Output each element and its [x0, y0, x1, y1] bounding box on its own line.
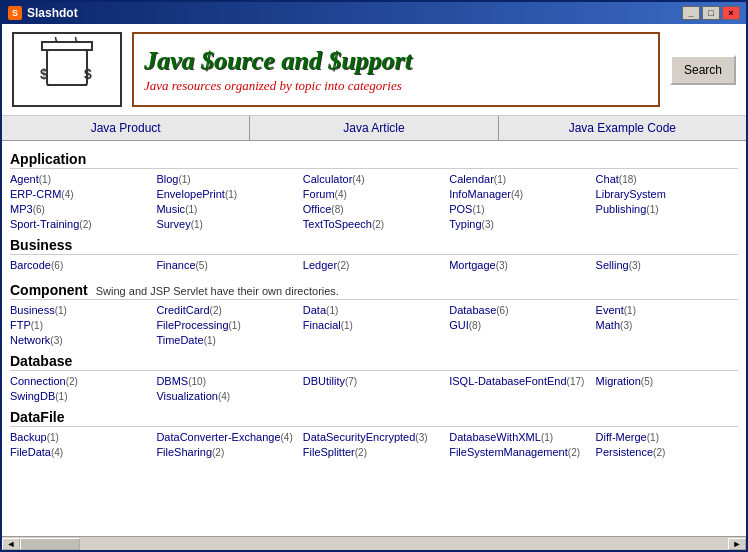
list-item[interactable]: Typing(3) — [449, 217, 591, 231]
list-item[interactable]: DBUtility(7) — [303, 374, 445, 388]
list-item[interactable]: SwingDB(1) — [10, 389, 152, 403]
list-item[interactable]: TextToSpeech(2) — [303, 217, 445, 231]
list-item[interactable]: FileProcessing(1) — [156, 318, 298, 332]
list-item[interactable]: InfoManager(4) — [449, 187, 591, 201]
tab-java-product[interactable]: Java Product — [2, 116, 250, 140]
section-header-database: Database — [10, 353, 738, 371]
svg-text:$: $ — [40, 66, 48, 82]
component-note: Swing and JSP Servlet have their own dir… — [96, 285, 339, 297]
tab-java-article[interactable]: Java Article — [250, 116, 498, 140]
list-item[interactable]: ISQL-DatabaseFontEnd(17) — [449, 374, 591, 388]
list-item[interactable]: Agent(1) — [10, 172, 152, 186]
search-button[interactable]: Search — [670, 55, 736, 85]
nav-tabs: Java Product Java Article Java Example C… — [2, 116, 746, 141]
main-window: S Slashdot _ □ × $ $ — [0, 0, 748, 552]
svg-rect-0 — [42, 42, 92, 50]
list-item[interactable]: TimeDate(1) — [156, 333, 298, 347]
list-item[interactable]: Blog(1) — [156, 172, 298, 186]
list-item — [596, 217, 738, 231]
list-item[interactable]: Selling(3) — [596, 258, 738, 272]
maximize-button[interactable]: □ — [702, 6, 720, 20]
list-item[interactable]: GUI(8) — [449, 318, 591, 332]
database-items: Connection(2) DBMS(10) DBUtility(7) ISQL… — [10, 374, 738, 403]
list-item[interactable]: FTP(1) — [10, 318, 152, 332]
scroll-thumb[interactable] — [20, 538, 80, 550]
tab-java-example[interactable]: Java Example Code — [499, 116, 746, 140]
list-item[interactable]: MP3(6) — [10, 202, 152, 216]
scroll-left-btn[interactable]: ◄ — [2, 538, 20, 550]
list-item[interactable]: Forum(4) — [303, 187, 445, 201]
list-item[interactable]: FileSystemManagement(2) — [449, 445, 591, 459]
section-header-component: Component — [10, 282, 88, 299]
window-icon: S — [8, 6, 22, 20]
section-header-application: Application — [10, 151, 738, 169]
section-component-header: Component Swing and JSP Servlet have the… — [10, 276, 738, 299]
list-item[interactable]: Finance(5) — [156, 258, 298, 272]
svg-rect-1 — [47, 50, 87, 85]
window-controls[interactable]: _ □ × — [682, 6, 740, 20]
banner-subtitle: Java resources organized by topic into c… — [144, 78, 648, 94]
application-items: Agent(1) Blog(1) Calculator(4) Calendar(… — [10, 172, 738, 231]
list-item[interactable]: EnvelopePrint(1) — [156, 187, 298, 201]
list-item — [303, 389, 445, 403]
title-bar-left: S Slashdot — [8, 6, 78, 20]
list-item[interactable]: Music(1) — [156, 202, 298, 216]
list-item[interactable]: ERP-CRM(4) — [10, 187, 152, 201]
list-item[interactable]: DataSecurityEncrypted(3) — [303, 430, 445, 444]
business-items: Barcode(6) Finance(5) Ledger(2) Mortgage… — [10, 258, 738, 272]
title-bar: S Slashdot _ □ × — [2, 2, 746, 24]
list-item[interactable]: CreditCard(2) — [156, 303, 298, 317]
list-item[interactable]: Network(3) — [10, 333, 152, 347]
section-header-business: Business — [10, 237, 738, 255]
list-item[interactable]: Migration(5) — [596, 374, 738, 388]
list-item[interactable]: Calculator(4) — [303, 172, 445, 186]
list-item[interactable]: Data(1) — [303, 303, 445, 317]
scroll-right-btn[interactable]: ► — [728, 538, 746, 550]
list-item[interactable]: Database(6) — [449, 303, 591, 317]
window-title: Slashdot — [27, 6, 78, 20]
list-item[interactable]: DataConverter-Exchange(4) — [156, 430, 298, 444]
list-item — [596, 333, 738, 347]
list-item[interactable]: Survey(1) — [156, 217, 298, 231]
list-item[interactable]: Finacial(1) — [303, 318, 445, 332]
list-item[interactable]: Mortgage(3) — [449, 258, 591, 272]
section-header-datafile: DataFile — [10, 409, 738, 427]
component-items: Business(1) CreditCard(2) Data(1) Databa… — [10, 303, 738, 347]
list-item[interactable]: Diff-Merge(1) — [596, 430, 738, 444]
banner-text-box: Java $ource and $upport Java resources o… — [132, 32, 660, 107]
list-item[interactable]: Publishing(1) — [596, 202, 738, 216]
list-item[interactable]: Calendar(1) — [449, 172, 591, 186]
list-item[interactable]: Business(1) — [10, 303, 152, 317]
horizontal-scrollbar[interactable]: ◄ ► — [2, 536, 746, 550]
logo-box: $ $ — [12, 32, 122, 107]
list-item[interactable]: FileSplitter(2) — [303, 445, 445, 459]
list-item[interactable]: Sport-Training(2) — [10, 217, 152, 231]
list-item[interactable]: FileSharing(2) — [156, 445, 298, 459]
list-item[interactable]: DatabaseWithXML(1) — [449, 430, 591, 444]
list-item[interactable]: FileData(4) — [10, 445, 152, 459]
list-item[interactable]: Backup(1) — [10, 430, 152, 444]
logo-svg: $ $ — [22, 37, 112, 102]
list-item[interactable]: LibrarySystem — [596, 187, 738, 201]
list-item[interactable]: Connection(2) — [10, 374, 152, 388]
list-item[interactable]: Barcode(6) — [10, 258, 152, 272]
list-item[interactable]: Chat(18) — [596, 172, 738, 186]
minimize-button[interactable]: _ — [682, 6, 700, 20]
list-item[interactable]: Office(8) — [303, 202, 445, 216]
scroll-track — [20, 538, 728, 550]
banner-title: Java $ource and $upport — [144, 46, 648, 76]
list-item[interactable]: Ledger(2) — [303, 258, 445, 272]
search-area[interactable]: Search — [670, 55, 736, 85]
list-item[interactable]: Event(1) — [596, 303, 738, 317]
content-area[interactable]: Application Agent(1) Blog(1) Calculator(… — [2, 141, 746, 536]
header-area: $ $ Java $ource and $upport Java resourc… — [2, 24, 746, 116]
svg-text:$: $ — [84, 66, 92, 82]
list-item[interactable]: POS(1) — [449, 202, 591, 216]
list-item[interactable]: DBMS(10) — [156, 374, 298, 388]
list-item — [596, 389, 738, 403]
list-item[interactable]: Math(3) — [596, 318, 738, 332]
list-item — [449, 333, 591, 347]
close-button[interactable]: × — [722, 6, 740, 20]
list-item[interactable]: Persistence(2) — [596, 445, 738, 459]
list-item[interactable]: Visualization(4) — [156, 389, 298, 403]
